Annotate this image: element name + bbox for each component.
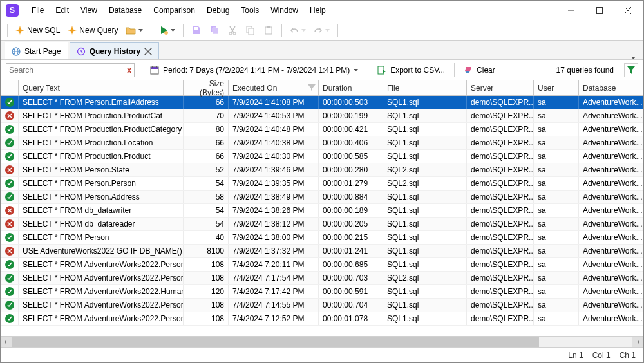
size-cell: 108 — [184, 272, 229, 284]
filter-toggle-button[interactable] — [624, 63, 638, 77]
menu-help[interactable]: Help — [305, 3, 331, 17]
query-cell: SELECT * FROM Person.Address — [19, 191, 184, 203]
cut-button[interactable] — [225, 23, 240, 38]
execute-button[interactable] — [156, 23, 178, 38]
svg-point-7 — [164, 31, 168, 35]
maximize-button[interactable] — [585, 1, 614, 19]
export-csv-button[interactable]: Export to CSV... — [374, 63, 449, 77]
user-cell: sa — [534, 163, 579, 176]
file-cell: SQL2.sql — [383, 177, 467, 190]
header-file[interactable]: File — [383, 80, 467, 95]
dur-cell: 00:00:00.205 — [319, 218, 383, 230]
table-row[interactable]: USE AdventureWorks2022 GO IF DB_NAME() <… — [1, 245, 643, 258]
table-row[interactable]: SELECT * FROM Person.Address587/9/2024 1… — [1, 191, 643, 204]
search-input[interactable] — [9, 66, 127, 75]
horizontal-scrollbar[interactable] — [1, 336, 643, 347]
minimize-button[interactable] — [557, 1, 585, 19]
open-button[interactable] — [123, 23, 146, 38]
period-dropdown[interactable]: Period: 7 Days (7/2/2024 1:41 PM - 7/9/2… — [146, 63, 363, 77]
dur-cell: 00:00:01.078 — [319, 312, 383, 325]
table-row[interactable]: SELECT * FROM Person.EmailAddress667/9/2… — [1, 96, 643, 109]
redo-button[interactable] — [311, 23, 332, 38]
menu-window[interactable]: Window — [265, 3, 303, 17]
header-size[interactable]: Size (Bytes) — [184, 80, 229, 95]
scroll-thumb[interactable] — [12, 337, 539, 347]
tab-close-button[interactable] — [144, 48, 152, 55]
table-row[interactable]: SELECT * FROM Production.ProductCat707/9… — [1, 109, 643, 123]
table-row[interactable]: SELECT * FROM Production.Location667/9/2… — [1, 136, 643, 150]
table-row[interactable]: SELECT * FROM Person407/9/2024 1:38:00 P… — [1, 231, 643, 245]
clear-search-button[interactable]: x — [127, 66, 131, 75]
status-cell — [1, 231, 19, 244]
menu-file[interactable]: File — [26, 3, 49, 17]
query-history-grid: Query Text Size (Bytes) Executed On Dura… — [1, 80, 643, 347]
table-row[interactable]: SELECT * FROM AdventureWorks2022.Person.… — [1, 272, 643, 285]
scroll-left-button[interactable] — [1, 337, 12, 347]
table-row[interactable]: SELECT * FROM AdventureWorks2022.Person.… — [1, 258, 643, 272]
menu-comparison[interactable]: Comparison — [148, 3, 200, 17]
new-sql-button[interactable]: New SQL — [13, 23, 62, 38]
header-query-text[interactable]: Query Text — [19, 80, 184, 95]
file-cell: SQL1.sql — [383, 191, 467, 203]
tab-start-page[interactable]: Start Page — [5, 42, 68, 59]
new-query-button[interactable]: New Query — [65, 23, 120, 38]
save-button[interactable] — [189, 23, 204, 38]
exec-cell: 7/9/2024 1:41:08 PM — [229, 96, 319, 109]
exec-cell: 7/4/2024 7:17:42 PM — [229, 285, 319, 298]
table-row[interactable]: SELECT * FROM Production.Product667/9/20… — [1, 150, 643, 163]
clear-history-button[interactable]: Clear — [460, 63, 499, 77]
svg-marker-5 — [68, 26, 77, 35]
tab-query-history[interactable]: Query History — [70, 42, 159, 59]
funnel-icon[interactable] — [308, 84, 316, 92]
size-cell: 54 — [184, 218, 229, 230]
clear-label: Clear — [477, 66, 495, 75]
menu-debug[interactable]: Debug — [202, 3, 234, 17]
grid-body[interactable]: SELECT * FROM Person.EmailAddress667/9/2… — [1, 96, 643, 336]
table-row[interactable]: SELECT * FROM AdventureWorks2022.Person.… — [1, 299, 643, 312]
table-row[interactable]: SELECT * FROM Person.State527/9/2024 1:3… — [1, 163, 643, 177]
header-status[interactable] — [1, 80, 19, 95]
search-box[interactable]: x — [6, 63, 135, 77]
db-cell: AdventureWork... — [579, 163, 643, 176]
menu-edit[interactable]: Edit — [50, 3, 74, 17]
tab-label: Query History — [90, 47, 140, 56]
header-user[interactable]: User — [534, 80, 579, 95]
svg-marker-29 — [465, 71, 470, 73]
size-cell: 54 — [184, 177, 229, 190]
menu-tools[interactable]: Tools — [236, 3, 264, 17]
table-row[interactable]: SELECT * FROM db_datawriter547/9/2024 1:… — [1, 204, 643, 218]
table-row[interactable]: SELECT * FROM db_datareader547/9/2024 1:… — [1, 218, 643, 231]
query-cell: SELECT * FROM Person.Person — [19, 177, 184, 190]
query-cell: USE AdventureWorks2022 GO IF DB_NAME() <… — [19, 245, 184, 257]
server-cell: demo\SQLEXPR... — [467, 272, 534, 284]
error-icon — [5, 111, 14, 120]
paste-button[interactable] — [261, 23, 276, 38]
save-all-button[interactable] — [207, 23, 222, 38]
header-duration[interactable]: Duration — [319, 80, 383, 95]
copy-button[interactable] — [243, 23, 258, 38]
size-cell: 120 — [184, 285, 229, 298]
header-server[interactable]: Server — [467, 80, 534, 95]
server-cell: demo\SQLEXPR... — [467, 204, 534, 217]
undo-button[interactable] — [287, 23, 308, 38]
scroll-right-button[interactable] — [632, 337, 643, 347]
db-cell: AdventureWork... — [579, 218, 643, 230]
close-button[interactable] — [614, 1, 642, 19]
scroll-track[interactable] — [12, 337, 632, 347]
menu-view[interactable]: View — [75, 3, 102, 17]
table-row[interactable]: SELECT * FROM Person.Person547/9/2024 1:… — [1, 177, 643, 191]
table-row[interactable]: SELECT * FROM Production.ProductCategory… — [1, 123, 643, 136]
exec-cell: 7/9/2024 1:40:48 PM — [229, 123, 319, 136]
table-row[interactable]: SELECT * FROM AdventureWorks2022.Person.… — [1, 312, 643, 326]
success-icon — [5, 314, 14, 323]
header-database[interactable]: Database — [579, 80, 643, 95]
menu-database[interactable]: Database — [104, 3, 147, 17]
status-bar: Ln 1 Col 1 Ch 1 — [1, 347, 643, 362]
query-cell: SELECT * FROM Production.ProductCategory — [19, 123, 184, 136]
table-row[interactable]: SELECT * FROM AdventureWorks2022.HumanRe… — [1, 285, 643, 299]
tab-dropdown-button[interactable] — [627, 57, 639, 59]
header-executed-on[interactable]: Executed On — [229, 80, 319, 95]
file-cell: SQL1.sql — [383, 285, 467, 298]
server-cell: demo\SQLEXPR... — [467, 177, 534, 190]
server-cell: demo\SQLEXPR... — [467, 191, 534, 203]
